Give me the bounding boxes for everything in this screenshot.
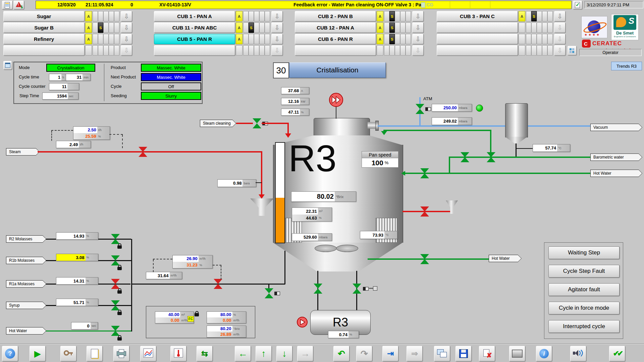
toolbar-button-temperature-report[interactable] xyxy=(170,346,186,361)
discharge-valve-left[interactable] xyxy=(313,284,323,294)
toolbar-button-save[interactable] xyxy=(455,346,472,361)
pan-button-empty-3-2[interactable] xyxy=(295,45,376,56)
feed-control-valve[interactable] xyxy=(213,279,223,289)
alarm-list-button[interactable] xyxy=(2,1,13,9)
alarm-confirm-button[interactable]: ✓ xyxy=(573,1,582,9)
pan-goto-arrow-button[interactable]: ⇩ xyxy=(412,22,424,33)
step-title-button[interactable]: Cristallisation xyxy=(289,62,386,78)
pan-button-empty-3-1[interactable] xyxy=(154,45,235,56)
pan-button-cub-3-pan-c[interactable]: CUB 3 - PAN C xyxy=(437,11,518,21)
pan-button-cub-2-pan-b[interactable]: CUB 2 - PAN B xyxy=(295,11,376,21)
steam-cleaning-valve[interactable] xyxy=(252,118,262,128)
status-cell xyxy=(384,34,389,44)
status-button-waiting-step[interactable]: Waiting Step xyxy=(548,246,620,259)
toolbar-button-nav-up[interactable]: ↑ xyxy=(256,346,272,361)
status-cell xyxy=(542,22,547,33)
status-button-cycle-in-force-mode[interactable]: Cycle in force mode xyxy=(548,302,620,314)
pan-goto-arrow-button[interactable]: ⇩ xyxy=(121,22,132,33)
receiver-run-icon[interactable] xyxy=(297,316,308,328)
toolbar-button-help[interactable]: ? xyxy=(2,346,18,361)
alarm-message: Feedback error - Water Pan cleaning ON-O… xyxy=(293,2,424,7)
toolbar-button-sign-out[interactable]: ⇒ xyxy=(407,346,423,361)
toolbar-button-transfer[interactable]: ⇆ xyxy=(197,346,213,361)
pan-goto-arrow-button[interactable]: ⇩ xyxy=(121,45,132,56)
feed-valve-syrup[interactable] xyxy=(111,300,120,310)
pan-goto-arrow-button[interactable]: ⇩ xyxy=(271,34,283,44)
pan-goto-arrow-button[interactable]: ⇩ xyxy=(271,11,283,21)
brix-setpoint-box[interactable]: 80.20°Brix 26.89m³/h xyxy=(207,325,246,338)
pan-goto-arrow-button[interactable]: ⇩ xyxy=(271,45,283,56)
pan-goto-arrow-button[interactable]: ⇩ xyxy=(412,45,424,56)
feed-setpoint-box[interactable]: 26.90m³/h 31.23% xyxy=(172,255,213,268)
toolbar-button-redo[interactable]: ↷ xyxy=(356,346,372,361)
barometric-valve-1[interactable] xyxy=(460,152,470,162)
toolbar-button-copy-folders[interactable] xyxy=(434,346,450,361)
toolbar-button-info[interactable]: i xyxy=(536,346,552,361)
pan-button-empty-2-3[interactable] xyxy=(437,34,518,44)
pan-goto-arrow-button[interactable]: ⇩ xyxy=(554,34,566,44)
pan-goto-arrow-button[interactable]: ⇩ xyxy=(412,11,424,21)
atm-valve[interactable] xyxy=(415,104,425,114)
pan-button-empty-3-3[interactable] xyxy=(437,45,518,56)
steam-setpoint-box[interactable]: 2.50t/h 25.59% xyxy=(73,126,110,140)
pan-goto-arrow-button[interactable]: ⇩ xyxy=(412,34,424,44)
pan-button-cub-1-pan-a[interactable]: CUB 1 - PAN A xyxy=(154,11,235,21)
feed-valve-hot-water[interactable] xyxy=(111,326,120,336)
toolbar-button-audio-alarm[interactable] xyxy=(570,346,586,361)
feed-valve-r2-molasses[interactable] xyxy=(111,234,120,244)
status-button-interrupted-cycle[interactable]: Interrupted cycle xyxy=(548,320,620,333)
agitator-run-icon[interactable] xyxy=(329,93,343,107)
status-cell xyxy=(542,34,547,44)
percent-setpoint-box[interactable]: 80.00% 0.00m³/h xyxy=(207,311,246,323)
status-button-agitator-fault[interactable]: Agitator fault xyxy=(548,283,620,296)
pan-button-empty-3-0[interactable] xyxy=(3,45,85,56)
toolbar-button-key[interactable] xyxy=(60,346,76,361)
drain-valve[interactable] xyxy=(264,288,274,298)
pan-button-cub-6-pan-r[interactable]: CUB 6 - PAN R xyxy=(295,34,376,44)
toolbar-button-screen-switch[interactable] xyxy=(509,346,525,361)
screen-select-button[interactable] xyxy=(568,46,577,55)
hot-water-valve-top[interactable] xyxy=(420,168,429,178)
pan-goto-arrow-button[interactable]: ⇩ xyxy=(271,22,283,33)
pan-goto-arrow-button[interactable]: ⇩ xyxy=(554,22,566,33)
toolbar-button-new-document[interactable] xyxy=(87,346,103,361)
toolbar-button-undo[interactable]: ↶ xyxy=(333,346,350,361)
status-button-cycle-step-fault[interactable]: Cycle Step Fault xyxy=(548,265,620,278)
toolbar-button-acknowledge-all[interactable]: ✔✔ xyxy=(609,346,625,361)
toolbar-button-delete-file[interactable]: ✘ xyxy=(479,346,495,361)
alarm-ack-button[interactable]: ! ↴ xyxy=(13,1,24,9)
toolbar-button-nav-right[interactable]: → xyxy=(297,346,313,361)
pan-button-cub-5-pan-r[interactable]: CUB 5 - PAN R xyxy=(154,34,235,44)
pan-goto-arrow-button[interactable]: ⇩ xyxy=(554,45,566,56)
alarm-banner[interactable]: 12/03/20 21:11:05.924 0 XV-01410-13/V Fe… xyxy=(36,1,572,9)
pan-goto-arrow-button[interactable]: ⇩ xyxy=(554,11,566,21)
pan-goto-arrow-button[interactable]: ⇩ xyxy=(121,34,132,44)
hot-water-valve-bottom[interactable] xyxy=(420,254,429,264)
toolbar-button-run[interactable]: ▶ xyxy=(30,346,46,361)
trends-button[interactable]: Trends R3 xyxy=(611,62,642,70)
feed-valve-r1a-molasses[interactable] xyxy=(111,279,120,289)
pan-goto-arrow-button[interactable]: ⇩ xyxy=(121,11,132,21)
auto-mode-cell: A xyxy=(377,22,383,33)
melt-valve[interactable] xyxy=(420,206,429,217)
pan-button-cub-12-pan-a[interactable]: CUB 12 - PAN A xyxy=(295,22,376,33)
pan-button-sugar-b[interactable]: Sugar B xyxy=(3,22,85,33)
vacuum-setpoint-box[interactable]: 250.00mbara xyxy=(432,104,472,112)
pan-button-sugar[interactable]: Sugar xyxy=(3,11,85,21)
pan-button-cub-11-pan-abc[interactable]: CUB 11 - PAN ABC xyxy=(154,22,235,33)
feed-valve-r1b-molasses[interactable] xyxy=(111,255,120,265)
window-icon-button[interactable] xyxy=(3,61,12,70)
pan-button-empty-1-3[interactable] xyxy=(437,22,518,33)
toolbar-button-print-report[interactable] xyxy=(113,346,129,361)
toolbar-button-trend-chart[interactable] xyxy=(140,346,156,361)
toolbar-button-nav-left[interactable]: ← xyxy=(235,346,251,361)
discharge-valve-right[interactable] xyxy=(352,284,362,294)
barometric-valve-2[interactable] xyxy=(486,152,496,162)
toolbar-button-nav-down[interactable]: ↓ xyxy=(276,346,292,361)
pan-button-refinery[interactable]: Refinery xyxy=(3,34,85,44)
cg-chip-icon xyxy=(421,2,425,8)
toolbar-button-sign-in[interactable]: ⇥ xyxy=(382,346,398,361)
bottom-toolbar: ?▶⇆←↑↓→↶↷⇥⇒✘i✔✔ xyxy=(0,344,644,362)
status-cell xyxy=(93,11,98,21)
steam-valve[interactable] xyxy=(138,147,148,157)
